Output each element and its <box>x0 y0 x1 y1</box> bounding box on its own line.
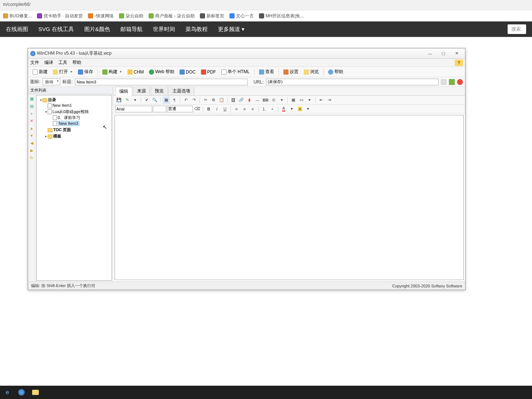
image-icon[interactable]: 🖼 <box>229 96 237 104</box>
bookmark-item[interactable]: 文心一言 <box>229 13 254 19</box>
outdent-icon[interactable]: ⇤ <box>317 96 325 104</box>
find-icon[interactable]: 🔍 <box>151 96 158 104</box>
tree-left[interactable]: ◀ <box>29 140 35 146</box>
underline-icon[interactable]: U <box>221 105 229 113</box>
align-left-icon[interactable]: ≡ <box>233 105 240 113</box>
tb-save[interactable]: 保存 <box>76 68 95 76</box>
bookmark-item[interactable]: 新标签页 <box>200 13 224 19</box>
dropdown-icon[interactable]: ▾ <box>304 105 312 113</box>
minimize-button[interactable]: — <box>424 50 436 57</box>
grid-icon[interactable]: ▦ <box>163 96 170 104</box>
url-bar[interactable]: m/compile/66/ <box>0 0 532 10</box>
tb-single-html[interactable]: 单个 HTML <box>219 68 252 76</box>
search-input[interactable]: 搜索. <box>508 24 526 34</box>
tree-down[interactable]: ▼ <box>29 133 35 139</box>
font-style-select[interactable] <box>167 106 193 112</box>
undo-icon[interactable]: ↶ <box>182 96 190 104</box>
nav-item[interactable]: 邮箱导航 <box>120 26 143 33</box>
align-center-icon[interactable]: ≡ <box>241 105 248 113</box>
tree-refresh[interactable]: ↻ <box>29 155 35 161</box>
tab-theme[interactable]: 主题选项 <box>168 87 194 95</box>
copy-icon[interactable]: ⧉ <box>210 96 217 104</box>
spellcheck-icon[interactable]: ✔ <box>143 96 150 104</box>
bookmark-item[interactable]: BUG修复... <box>3 13 32 19</box>
table-icon[interactable]: ▦ <box>290 96 297 104</box>
nav-item[interactable]: SVG 在线工具 <box>38 26 74 33</box>
file-tree[interactable]: ▾目录 New Item1 ▾Lua从0基础gge熊猫 0、课前学习 New I… <box>36 95 112 281</box>
tb-webhelp[interactable]: Web 帮助 <box>147 68 177 76</box>
tb-build[interactable]: 构建▼ <box>100 68 125 76</box>
tree-up[interactable]: ▲ <box>29 125 35 131</box>
tree-btn[interactable]: ▦ <box>29 96 35 102</box>
bold-icon[interactable]: B <box>205 105 212 113</box>
align-right-icon[interactable]: ≡ <box>249 105 256 113</box>
row-icon[interactable]: ▭ <box>298 96 305 104</box>
url-input[interactable] <box>266 79 439 85</box>
tree-delete[interactable]: ✕ <box>29 118 35 124</box>
tab-source[interactable]: 来源 <box>133 87 150 95</box>
font-color-icon[interactable]: A <box>280 105 287 113</box>
editor-canvas[interactable] <box>115 115 464 280</box>
tree-right[interactable]: ▶ <box>29 147 35 153</box>
indent-icon[interactable]: ⇥ <box>325 96 333 104</box>
tb-new[interactable]: 新建 <box>30 68 50 76</box>
nav-item[interactable]: 图片&颜色 <box>84 26 110 33</box>
taskbar-folder-icon[interactable] <box>30 387 41 398</box>
italic-icon[interactable]: I <box>213 105 221 113</box>
tb-chm[interactable]: CHM <box>125 68 146 76</box>
menu-file[interactable]: 文件 <box>30 59 39 66</box>
dropdown-icon[interactable]: ▾ <box>306 96 313 104</box>
bookmark-item[interactable]: 优卡助手 · 自动发货 <box>37 13 83 19</box>
nav-item-more[interactable]: 更多频道 ▾ <box>218 26 245 33</box>
edit-icon[interactable]: ✎ <box>123 96 131 104</box>
ul-icon[interactable]: • <box>269 105 276 113</box>
nav-item[interactable]: 世界时间 <box>153 26 175 33</box>
bookmark-item[interactable]: 柒云自助 <box>119 13 143 19</box>
bookmark-item[interactable]: -快速网络 <box>88 13 114 19</box>
tb-settings[interactable]: 设置 <box>281 68 301 76</box>
tab-preview[interactable]: 预览 <box>151 87 168 95</box>
tb-pdf[interactable]: PDF <box>199 68 218 76</box>
cut-icon[interactable]: ✂ <box>202 96 209 104</box>
close-button[interactable]: ✕ <box>450 50 463 57</box>
bookmark-item[interactable]: MH开区信息表|免... <box>259 13 304 19</box>
dropdown-icon[interactable]: ▾ <box>278 96 286 104</box>
font-family-select[interactable] <box>115 106 152 112</box>
hr-icon[interactable]: — <box>254 96 261 104</box>
redo-icon[interactable]: ↷ <box>190 96 198 104</box>
title-input[interactable] <box>75 79 248 85</box>
font-size-select[interactable] <box>153 106 166 112</box>
highlight-icon[interactable]: A <box>296 105 304 113</box>
nav-item[interactable]: 菜鸟教程 <box>185 26 208 33</box>
tb-open[interactable]: 打开▼ <box>51 68 75 76</box>
bookmark-item[interactable]: 商户面板 - 柒云自助 <box>149 13 195 19</box>
tb-browse[interactable]: 浏览 <box>301 68 321 76</box>
pilcrow-icon[interactable]: ¶ <box>171 96 178 104</box>
tb-doc[interactable]: DOC <box>177 68 198 76</box>
br-icon[interactable]: BR <box>262 96 269 104</box>
tb-view[interactable]: 查看 <box>257 68 276 76</box>
flag-icon[interactable]: ▮ <box>246 96 253 104</box>
tree-add[interactable]: ＋ <box>29 110 35 116</box>
maximize-button[interactable]: ▢ <box>437 50 450 57</box>
copy-icon[interactable] <box>441 79 447 85</box>
dropdown-icon[interactable]: ▾ <box>288 105 296 113</box>
ol-icon[interactable]: 1. <box>260 105 268 113</box>
copyright-icon[interactable]: © <box>270 96 277 104</box>
tab-edit[interactable]: 编辑 <box>115 87 132 96</box>
menu-compile[interactable]: 编译 <box>44 59 53 66</box>
icon-select[interactable]: 自动 <box>42 78 60 85</box>
link-icon[interactable]: 🔗 <box>238 96 245 104</box>
taskbar-app-icon[interactable] <box>16 387 27 398</box>
tb-help[interactable]: 帮助 <box>326 68 345 76</box>
save-icon[interactable]: 💾 <box>115 96 123 104</box>
cancel-icon[interactable] <box>457 79 463 85</box>
taskbar-edge-icon[interactable]: e <box>2 387 13 398</box>
tree-selected-item[interactable]: New Item3 <box>58 121 79 126</box>
dropdown-icon[interactable]: ▾ <box>132 96 139 104</box>
menu-tools[interactable]: 工具 <box>58 59 67 66</box>
link-icon[interactable] <box>449 79 455 85</box>
paste-icon[interactable]: 📋 <box>218 96 225 104</box>
menu-help[interactable]: 帮助 <box>72 59 81 66</box>
tree-btn[interactable]: ▤ <box>29 103 35 109</box>
